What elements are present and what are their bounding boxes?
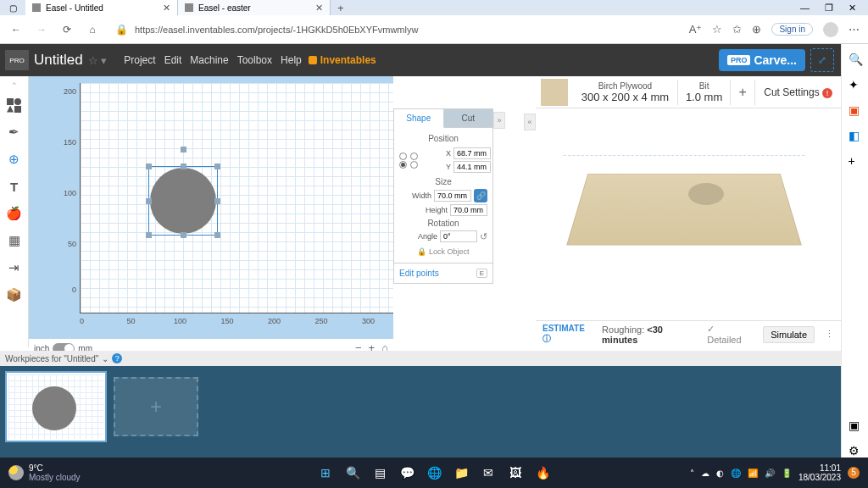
edge-icon[interactable]: 🌐	[425, 463, 443, 482]
url-field[interactable]: 🔒 https://easel.inventables.com/projects…	[110, 24, 679, 36]
pen-tool[interactable]: ✒	[0, 119, 29, 146]
profile-icon[interactable]	[823, 22, 838, 37]
system-tray[interactable]: ˄ ☁ ◐ 🌐 📶 🔊 🔋 11:01 18/03/2023 5	[690, 463, 868, 482]
browser-tab-2[interactable]: Easel - easter ✕	[178, 0, 331, 15]
estimate-menu-icon[interactable]: ⋮	[825, 329, 834, 340]
explorer-icon[interactable]: 📁	[452, 463, 470, 482]
home-button[interactable]: ⌂	[85, 24, 100, 36]
notifications-icon[interactable]: 5	[848, 467, 860, 479]
read-aloud-icon[interactable]: A⁺	[689, 23, 703, 36]
canvas-grid[interactable]	[80, 83, 393, 313]
plus-icon[interactable]: +	[849, 154, 862, 168]
workpiece-tile[interactable]	[7, 373, 105, 441]
collapse-panel-left-icon[interactable]: «	[524, 114, 536, 130]
design-canvas[interactable]: 200 150 100 50 0 0 50 100 150 200 250 30…	[29, 76, 393, 339]
start-icon[interactable]: ⊞	[316, 463, 335, 482]
anchor-picker[interactable]	[399, 152, 420, 169]
text-tool[interactable]: T	[0, 173, 29, 200]
more-icon[interactable]: ⋯	[849, 23, 860, 36]
resize-handle[interactable]	[146, 164, 152, 169]
tray-app-icon[interactable]: ◐	[716, 469, 724, 478]
tab-shape[interactable]: Shape	[394, 109, 444, 128]
app-logo-icon[interactable]: PRO	[5, 50, 29, 70]
resize-handle[interactable]	[181, 232, 186, 238]
collections-icon[interactable]: ⊕	[752, 23, 761, 36]
resize-handle[interactable]	[214, 164, 220, 169]
forward-button[interactable]: →	[34, 24, 49, 36]
cut-settings-button[interactable]: Cut Settings !	[755, 86, 841, 98]
close-window-button[interactable]: ✕	[849, 3, 856, 14]
help-icon[interactable]: ?	[112, 353, 122, 363]
menu-toolbox[interactable]: Toolbox	[237, 54, 272, 66]
outlook-icon[interactable]: ◧	[849, 129, 862, 142]
close-icon[interactable]: ✕	[163, 3, 170, 14]
app-icon[interactable]: 🔥	[533, 463, 552, 482]
drill-tool[interactable]: ⊕	[0, 146, 29, 173]
close-icon[interactable]: ✕	[315, 3, 323, 14]
icons-tool[interactable]: 🍎	[0, 200, 29, 227]
shapes-tool[interactable]	[0, 92, 29, 119]
angle-input[interactable]	[440, 230, 477, 242]
lego-tool[interactable]: ▦	[0, 227, 29, 254]
edit-points-button[interactable]: Edit points E	[394, 263, 492, 283]
collapse-tools-icon[interactable]: ⌃	[0, 80, 29, 92]
browser-tab-1[interactable]: Easel - Untitled ✕	[25, 0, 178, 15]
resize-handle[interactable]	[181, 164, 186, 169]
add-workpiece-button[interactable]: +	[114, 377, 198, 436]
box-tool[interactable]: 📦	[0, 281, 29, 308]
volume-icon[interactable]: 🔊	[765, 469, 775, 478]
expand-sidebar-icon[interactable]: ▣	[849, 419, 862, 432]
battery-icon[interactable]: 🔋	[782, 469, 792, 478]
menu-project[interactable]: Project	[124, 54, 155, 66]
lock-object-button[interactable]: 🔒 Lock Object	[399, 244, 487, 259]
favorite-icon[interactable]: ☆	[712, 23, 722, 36]
language-icon[interactable]: 🌐	[731, 469, 741, 478]
resize-handle[interactable]	[146, 232, 152, 238]
tab-cut[interactable]: Cut	[444, 109, 493, 128]
workpieces-header[interactable]: Workpieces for "Untitled" ⌄ ?	[0, 351, 841, 366]
onedrive-icon[interactable]: ☁	[701, 469, 709, 478]
detailed-toggle[interactable]: ✓ Detailed	[707, 324, 751, 345]
search-icon[interactable]: 🔍	[343, 463, 362, 482]
project-title-menu-icon[interactable]: ☆ ▾	[88, 54, 108, 67]
menu-help[interactable]: Help	[281, 54, 302, 66]
material-swatch[interactable]	[541, 79, 568, 106]
chat-icon[interactable]: 💬	[398, 463, 416, 482]
clock[interactable]: 11:01 18/03/2023	[798, 463, 841, 482]
selection-box[interactable]	[148, 166, 218, 236]
search-icon[interactable]: 🔍	[849, 53, 862, 66]
new-tab-button[interactable]: +	[331, 2, 351, 14]
height-input[interactable]	[450, 204, 487, 216]
carve-button[interactable]: PRO Carve...	[719, 49, 805, 71]
reset-angle-icon[interactable]: ↺	[480, 231, 487, 242]
tray-chevron-icon[interactable]: ˄	[690, 469, 694, 478]
preview-3d[interactable]: «	[536, 108, 841, 317]
weather-widget[interactable]: 9°C Mostly cloudy	[0, 463, 81, 482]
x-input[interactable]	[453, 147, 491, 159]
material-info[interactable]: Birch Plywood 300 x 200 x 4 mm	[573, 81, 677, 103]
menu-edit[interactable]: Edit	[164, 54, 182, 66]
back-button[interactable]: ←	[8, 24, 24, 36]
width-input[interactable]	[434, 190, 471, 202]
settings-icon[interactable]: ⚙	[849, 444, 862, 458]
signin-button[interactable]: Sign in	[771, 23, 813, 36]
fullscreen-button[interactable]: ⤢	[810, 48, 834, 72]
resize-handle[interactable]	[214, 232, 220, 238]
maximize-button[interactable]: ❐	[825, 3, 833, 14]
refresh-button[interactable]: ⟳	[59, 24, 75, 36]
rotate-handle[interactable]	[181, 147, 186, 152]
favorites-list-icon[interactable]: ✩	[732, 23, 742, 36]
bit-info[interactable]: Bit 1.0 mm	[678, 81, 730, 103]
office-icon[interactable]: ▣	[849, 103, 862, 117]
add-bit-button[interactable]: +	[731, 85, 754, 100]
link-wh-icon[interactable]: 🔗	[474, 189, 487, 202]
y-input[interactable]	[453, 161, 491, 173]
sparkle-icon[interactable]: ✦	[849, 78, 862, 92]
simulate-button[interactable]: Simulate	[763, 326, 815, 343]
wifi-icon[interactable]: 📶	[748, 469, 758, 478]
tab-overview-icon[interactable]: ▢	[0, 3, 25, 13]
resize-handle[interactable]	[146, 198, 152, 204]
import-tool[interactable]: ⇥	[0, 254, 29, 281]
estimate-label[interactable]: ESTIMATE ⓘ	[542, 324, 595, 345]
resize-handle[interactable]	[214, 198, 220, 204]
